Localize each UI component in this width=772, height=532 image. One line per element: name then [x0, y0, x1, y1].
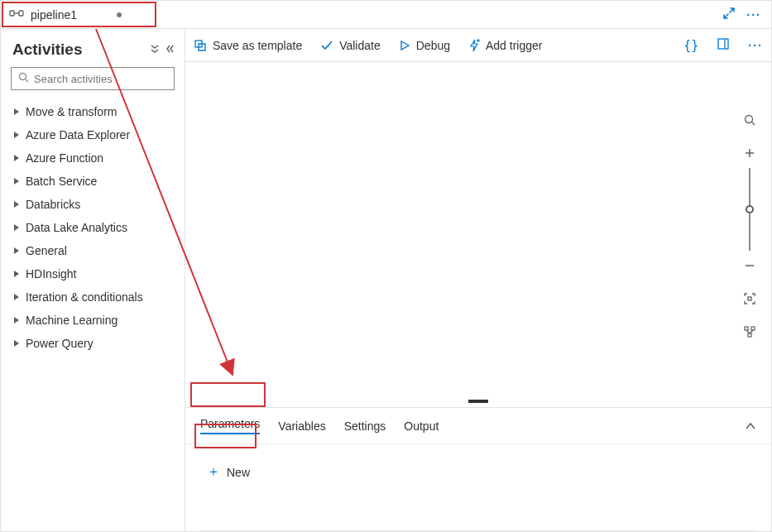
expand-triangle-icon	[14, 294, 19, 300]
add-trigger-button[interactable]: Add trigger	[468, 39, 542, 52]
zoom-rail	[738, 108, 761, 343]
pipeline-icon	[9, 7, 24, 22]
activity-category-azure-data-explorer[interactable]: Azure Data Explorer	[7, 123, 178, 146]
activity-category-label: Iteration & conditionals	[26, 290, 143, 304]
chevrons-down-icon[interactable]	[150, 44, 160, 56]
new-parameter-button[interactable]: ＋ New	[200, 459, 261, 485]
activity-category-label: Power Query	[26, 337, 94, 350]
expand-icon[interactable]	[723, 7, 735, 22]
tool-label: Save as template	[213, 39, 302, 52]
validate-button[interactable]: Validate	[320, 39, 381, 52]
zoom-slider[interactable]	[749, 168, 750, 251]
svg-line-11	[751, 122, 755, 125]
svg-rect-8	[718, 39, 728, 49]
search-activities-field[interactable]	[34, 73, 173, 85]
panel-resize-handle[interactable]	[468, 400, 488, 403]
pipeline-canvas[interactable]	[185, 62, 771, 407]
svg-rect-17	[751, 327, 755, 330]
activity-category-data-lake-analytics[interactable]: Data Lake Analytics	[7, 216, 178, 239]
tab-title: pipeline1	[31, 8, 77, 22]
tab-settings[interactable]: Settings	[344, 419, 386, 433]
svg-rect-0	[10, 11, 14, 16]
svg-point-10	[745, 115, 752, 122]
expand-triangle-icon	[14, 108, 19, 115]
activity-category-databricks[interactable]: Databricks	[7, 193, 178, 216]
plus-icon: ＋	[207, 463, 220, 481]
tab-output[interactable]: Output	[404, 419, 439, 433]
activity-category-label: Azure Data Explorer	[26, 128, 130, 141]
activity-category-azure-function[interactable]: Azure Function	[7, 146, 178, 170]
expand-triangle-icon	[14, 132, 19, 138]
expand-triangle-icon	[14, 155, 19, 161]
more-icon[interactable]: ···	[746, 8, 761, 22]
activity-category-label: Move & transform	[26, 105, 117, 118]
svg-rect-15	[748, 297, 751, 300]
tool-label: Validate	[339, 39, 381, 52]
more-icon[interactable]: ···	[748, 39, 763, 52]
activity-category-general[interactable]: General	[7, 239, 178, 262]
canvas-toolbar: Save as template Validate Debug Add trig…	[185, 29, 771, 62]
activity-category-label: HDInsight	[26, 267, 76, 280]
properties-panel-icon[interactable]	[717, 37, 730, 53]
activity-category-batch-service[interactable]: Batch Service	[7, 170, 178, 193]
tab-label: Output	[404, 419, 439, 433]
svg-point-3	[20, 74, 26, 80]
activity-category-label: General	[26, 244, 67, 257]
svg-line-20	[750, 330, 753, 333]
expand-triangle-icon	[14, 317, 19, 324]
activities-sidebar: Activities Move & transform Azure Data E…	[1, 29, 185, 531]
activity-category-move-transform[interactable]: Move & transform	[7, 100, 178, 123]
activity-category-label: Batch Service	[26, 175, 97, 188]
zoom-slider-thumb[interactable]	[746, 205, 754, 213]
new-button-label: New	[227, 466, 250, 479]
activity-category-label: Data Lake Analytics	[26, 221, 127, 234]
save-template-icon	[194, 39, 207, 52]
canvas-search-icon[interactable]	[738, 108, 761, 132]
tab-label: Settings	[344, 419, 386, 433]
expand-triangle-icon	[14, 224, 19, 231]
activity-category-label: Azure Function	[26, 151, 103, 165]
chevrons-left-icon[interactable]	[165, 44, 175, 56]
svg-line-4	[26, 79, 29, 83]
activity-category-iteration-conditionals[interactable]: Iteration & conditionals	[7, 285, 178, 309]
save-as-template-button[interactable]: Save as template	[194, 39, 302, 52]
svg-rect-1	[19, 11, 23, 16]
code-braces-icon[interactable]: {}	[683, 38, 698, 53]
tab-variables[interactable]: Variables	[278, 419, 325, 433]
svg-line-19	[746, 330, 750, 333]
search-icon	[18, 72, 29, 85]
tab-parameters[interactable]: Parameters	[200, 417, 260, 434]
svg-rect-18	[748, 333, 751, 337]
expand-triangle-icon	[14, 271, 19, 277]
tool-label: Add trigger	[486, 39, 542, 52]
tab-label: Variables	[278, 419, 325, 433]
checkmark-icon	[320, 39, 333, 52]
svg-rect-16	[745, 327, 748, 330]
fit-to-screen-icon[interactable]	[738, 287, 761, 310]
activity-category-label: Machine Learning	[26, 314, 117, 327]
tool-label: Debug	[416, 39, 450, 52]
properties-panel: Parameters Variables Settings Output ＋ N…	[185, 407, 771, 531]
activity-category-machine-learning[interactable]: Machine Learning	[7, 309, 178, 332]
sidebar-title: Activities	[12, 41, 150, 59]
activity-category-hdinsight[interactable]: HDInsight	[7, 262, 178, 285]
unsaved-dot-icon	[117, 12, 122, 17]
lightning-icon	[468, 39, 480, 52]
play-icon	[399, 40, 410, 51]
expand-triangle-icon	[14, 247, 19, 254]
search-activities-input[interactable]	[11, 67, 175, 90]
expand-triangle-icon	[14, 201, 19, 208]
tab-label: Parameters	[200, 417, 260, 430]
debug-button[interactable]: Debug	[399, 39, 450, 52]
divider	[200, 530, 756, 531]
expand-triangle-icon	[14, 178, 19, 185]
activity-category-power-query[interactable]: Power Query	[7, 332, 178, 355]
collapse-panel-icon[interactable]	[745, 419, 756, 433]
pipeline-tab[interactable]: pipeline1	[1, 1, 133, 28]
expand-triangle-icon	[14, 340, 19, 347]
zoom-out-button[interactable]	[738, 254, 761, 277]
zoom-in-button[interactable]	[738, 141, 761, 165]
auto-layout-icon[interactable]	[738, 320, 761, 343]
activity-category-label: Databricks	[26, 198, 80, 211]
